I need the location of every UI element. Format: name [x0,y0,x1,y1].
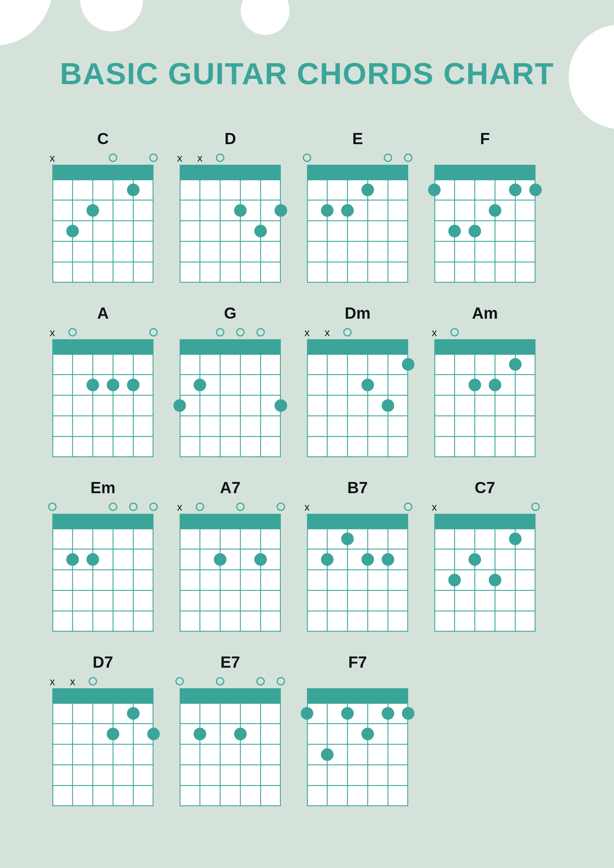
open-marker [109,154,117,162]
finger-dot [234,204,247,217]
markers-row: x [180,501,281,513]
nut [52,339,154,354]
chord-diagram: D7xx [52,653,180,827]
finger-dot [468,379,481,391]
page-title: BASIC GUITAR CHORDS CHART [0,56,614,92]
open-marker [531,503,540,511]
fretboard [52,339,154,457]
finger-dot [66,225,79,238]
chord-name: E [307,129,408,148]
chord-diagram: Amx [434,304,562,478]
fret-grid [180,354,281,457]
fretboard [52,165,154,283]
finger-dot [127,707,140,720]
svg-rect-72 [53,529,153,631]
nut [52,514,154,528]
chord-grid: CxDxxEFAxGDmxxAmxEmA7xB7xC7xD7xxE7F7 [52,129,562,827]
svg-rect-36 [53,354,153,457]
chord-name: F7 [307,653,408,671]
open-marker [48,503,56,511]
markers-row [180,327,281,339]
finger-dot [127,183,140,196]
finger-dot [509,533,521,545]
nut [434,165,535,179]
open-marker [343,328,352,337]
open-marker [256,328,265,337]
svg-rect-18 [307,180,408,283]
muted-marker: x [50,152,55,164]
nut [52,165,154,179]
fret-grid [52,528,154,632]
finger-dot [509,358,521,371]
markers-row [307,152,408,164]
chord-name: F [434,129,535,148]
nut [180,339,281,354]
finger-dot [341,707,354,720]
muted-marker: x [177,501,183,513]
open-marker [450,328,459,337]
finger-dot [87,204,99,217]
markers-row [434,152,535,164]
finger-dot [402,358,414,371]
fret-grid [434,354,535,457]
finger-dot [234,728,247,740]
open-marker [216,328,224,337]
finger-dot [489,379,501,391]
fret-grid [307,179,408,283]
fret-grid [180,703,281,806]
open-marker [129,503,138,511]
fretboard [434,514,535,632]
nut [434,339,535,354]
fret-grid [52,703,154,806]
open-marker [68,328,77,337]
open-marker [236,503,245,511]
chord-name: D [180,129,281,148]
muted-marker: x [50,327,55,339]
markers-row: x [52,327,154,339]
markers-row [180,676,281,688]
decor-circle [241,0,290,35]
nut [307,165,408,179]
decor-circle [0,0,52,45]
fretboard [52,688,154,806]
open-marker [216,677,224,685]
finger-dot [321,748,333,761]
open-marker [384,154,392,162]
chord-name: G [180,304,281,323]
open-marker [196,503,204,511]
chord-diagram: A7x [180,478,307,653]
finger-dot [321,553,333,566]
finger-dot [361,183,374,196]
chord-diagram: F [434,129,562,304]
svg-rect-63 [435,354,535,457]
nut [307,514,408,528]
finger-dot [361,553,374,566]
chord-name: Em [52,478,154,497]
fretboard [307,514,408,632]
finger-dot [489,204,501,217]
finger-dot [361,728,374,740]
finger-dot [147,728,160,740]
finger-dot [529,183,542,196]
open-marker [277,503,285,511]
chord-diagram: F7 [307,653,434,827]
fretboard [180,688,281,806]
finger-dot [402,707,414,720]
nut [180,514,281,528]
chord-name: E7 [180,653,281,671]
fretboard [307,165,408,283]
finger-dot [381,707,394,720]
finger-dot [194,379,206,391]
markers-row [307,676,408,688]
nut [180,165,281,179]
finger-dot [194,728,206,740]
muted-marker: x [70,676,75,688]
finger-dot [448,574,461,586]
markers-row [52,501,154,513]
markers-row: x [307,501,408,513]
muted-marker: x [305,327,310,339]
chord-diagram: B7x [307,478,434,653]
finger-dot [489,574,501,586]
nut [52,688,154,703]
finger-dot [341,533,354,545]
